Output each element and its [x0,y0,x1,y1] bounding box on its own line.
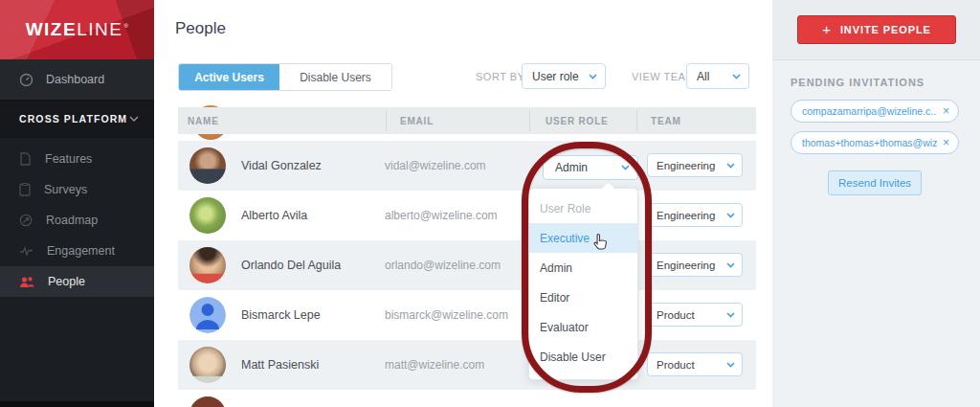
team-select[interactable]: Engineering [647,153,743,177]
user-email: bismarck@wizeline.com [385,308,508,322]
table-header: NAME EMAIL USER ROLE TEAM [178,107,756,134]
sidebar-item-label: People [48,275,85,288]
chevron-down-icon [589,74,597,79]
sidebar-item-dashboard[interactable]: Dashboard [0,59,154,101]
dropdown-option-editor[interactable]: Editor [529,283,637,312]
user-name: Matt Pasienski [241,358,319,372]
dropdown-option-evaluator[interactable]: Evaluator [529,312,637,342]
user-role-select[interactable]: Admin [543,155,638,180]
invite-people-button[interactable]: + INVITE PEOPLE [797,15,956,44]
sidebar: WIZELINE® Dashboard CROSS PLATFORM Featu… [0,0,154,407]
user-name: Orlando Del Aguila [241,259,341,272]
dropdown-option-admin[interactable]: Admin [529,253,637,283]
chevron-down-icon [129,116,139,122]
sidebar-item-people[interactable]: People [0,266,154,297]
chevron-down-icon [621,165,630,170]
chevron-down-icon [732,74,741,79]
engagement-icon [19,245,33,257]
column-header-team: TEAM [651,116,681,126]
sort-by-select[interactable]: User role [522,63,606,89]
pending-invite-email: compazamarripa@wizeline.c... [802,105,937,117]
roadmap-icon [19,214,33,227]
chevron-down-icon [726,213,735,218]
users-table: Vidal Gonzalez vidal@wizeline.com Admin … [178,141,756,390]
plus-icon: + [822,21,832,37]
table-row: Bismarck Lepe bismarck@wizeline.com Prod… [178,290,756,340]
team-select[interactable]: Product [647,303,743,327]
column-divider [529,110,530,131]
logo-light-part: LINE [77,19,122,39]
sidebar-item-engagement[interactable]: Engagement [0,236,154,266]
user-state-tabs: Active Users Disable Users [178,63,392,91]
user-role-value: Admin [555,161,588,174]
tab-disable-users[interactable]: Disable Users [279,64,391,90]
dropdown-option-executive[interactable]: Executive [529,223,637,253]
wizeline-logo-text: WIZELINE® [26,19,129,40]
view-team-value: All [697,70,709,83]
avatar-partial-bottom [189,396,226,407]
team-value: Product [657,359,695,371]
close-icon[interactable]: × [943,104,949,118]
sidebar-item-roadmap[interactable]: Roadmap [0,205,154,236]
sidebar-item-surveys[interactable]: Surveys [0,174,154,205]
user-email: alberto@wizeline.com [385,209,498,222]
column-header-email: EMAIL [400,116,434,126]
sidebar-item-label: Surveys [44,183,87,196]
column-header-user-role: USER ROLE [546,116,609,126]
sidebar-nav: Features Surveys Roadmap Engagement [0,138,154,297]
page-title: People [175,19,226,38]
team-value: Engineering [657,210,715,221]
pending-invite-chip: thomas+thomas+thomas@wizeli... × [791,131,959,154]
team-select[interactable]: Engineering [647,253,743,277]
team-value: Engineering [657,260,715,271]
people-admin-page: WIZELINE® Dashboard CROSS PLATFORM Featu… [0,0,980,407]
team-select[interactable]: Product [647,352,743,376]
resend-invites-button[interactable]: Resend Invites [828,170,922,195]
team-value: Product [657,309,695,321]
user-email: vidal@wizeline.com [385,159,486,172]
chevron-down-icon [726,163,735,169]
table-row: Alberto Avila alberto@wizeline.com Engin… [178,191,756,240]
chevron-down-icon [726,362,735,368]
team-select[interactable]: Engineering [647,203,743,227]
sidebar-item-label: Dashboard [46,73,104,86]
tab-active-users[interactable]: Active Users [179,64,279,90]
invite-panel-header: + INVITE PEOPLE [772,0,980,60]
avatar [189,197,226,234]
column-divider [636,110,637,131]
sidebar-item-label: Features [45,152,92,166]
user-name: Alberto Avila [241,209,307,222]
dropdown-option-disable-user[interactable]: Disable User [529,342,637,372]
chevron-down-icon [726,312,735,318]
table-row: Matt Pasienski matt@wizeline.com Product [178,340,756,390]
user-name: Bismarck Lepe [241,308,321,322]
pending-invite-chip: compazamarripa@wizeline.c... × [791,100,959,123]
sidebar-footer-strip [0,401,154,407]
view-team-select[interactable]: All [686,63,749,89]
surveys-icon [19,183,31,196]
user-role-dropdown-menu: User Role Executive Admin Editor Evaluat… [528,188,638,380]
sidebar-item-features[interactable]: Features [0,144,154,174]
section-label: CROSS PLATFORM [19,113,127,124]
user-email: orlando@wizeline.com [385,259,501,272]
chevron-down-icon [726,262,735,268]
pending-invitations-title: PENDING INVITATIONS [791,77,924,88]
logo-bold-part: WIZE [26,19,78,39]
sort-by-label: SORT BY: [476,71,527,82]
column-divider [386,110,387,131]
dropdown-header: User Role [529,194,637,223]
user-name: Vidal Gonzalez [241,159,322,172]
avatar [189,147,226,184]
people-icon [19,276,34,288]
avatar-placeholder [189,297,226,333]
close-icon[interactable]: × [943,136,949,149]
sidebar-item-label: Engagement [47,244,115,258]
wizeline-logo: WIZELINE® [0,0,154,59]
table-row: Orlando Del Aguila orlando@wizeline.com … [178,240,756,290]
main-content: People Active Users Disable Users SORT B… [154,0,772,407]
sidebar-section-cross-platform[interactable]: CROSS PLATFORM [0,101,154,138]
sort-by-value: User role [532,70,579,83]
team-value: Engineering [657,160,715,171]
avatar [189,247,226,283]
invite-people-label: INVITE PEOPLE [840,24,931,35]
